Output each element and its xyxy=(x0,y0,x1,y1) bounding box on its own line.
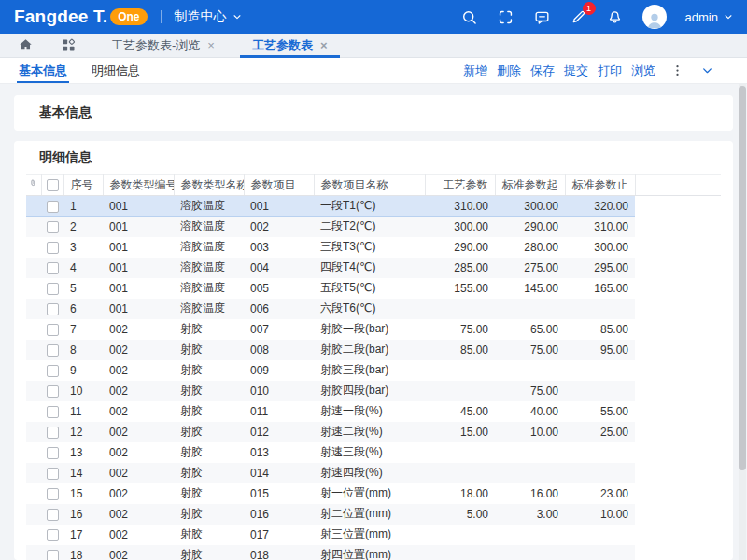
cell xyxy=(425,525,495,545)
table-row[interactable]: 10002射胶010射胶四段(bar)75.00 xyxy=(26,381,721,401)
table-row[interactable]: 17002射胶017射三位置(mm) xyxy=(26,525,721,545)
collapse-chevron-icon[interactable] xyxy=(698,63,715,79)
cell: 10.00 xyxy=(495,422,565,442)
message-icon[interactable] xyxy=(533,8,551,26)
cell: 15 xyxy=(63,483,103,504)
add-button[interactable]: 新增 xyxy=(463,63,487,79)
cell: 射胶 xyxy=(174,340,244,360)
table-row[interactable]: 2001溶胶温度002二段T2(℃)300.00290.00310.00 xyxy=(26,217,721,237)
close-icon[interactable]: × xyxy=(207,39,215,51)
print-button[interactable]: 打印 xyxy=(598,63,622,79)
row-checkbox[interactable] xyxy=(47,509,59,521)
cell: 六段T6(℃) xyxy=(314,299,425,319)
vertical-scrollbar[interactable] xyxy=(739,84,746,560)
edit-icon[interactable]: 1 xyxy=(570,8,587,26)
row-checkbox[interactable] xyxy=(47,488,59,500)
table-row[interactable]: 7002射胶007射胶一段(bar)75.0065.0085.00 xyxy=(26,319,721,340)
checkbox-cell xyxy=(41,483,63,504)
cell xyxy=(495,360,565,381)
cell: 15.00 xyxy=(425,422,495,442)
row-checkbox[interactable] xyxy=(47,262,59,274)
user-avatar[interactable] xyxy=(642,5,667,29)
row-checkbox[interactable] xyxy=(47,303,59,315)
tab-basic-info[interactable]: 基本信息 xyxy=(17,58,69,83)
cell: 8 xyxy=(63,340,103,360)
table-row[interactable]: 18002射胶018射四位置(mm) xyxy=(26,545,721,560)
table-row[interactable]: 6001溶胶温度006六段T6(℃) xyxy=(26,299,721,319)
cell: 005 xyxy=(244,278,314,299)
cell: 295.00 xyxy=(565,258,635,278)
delete-button[interactable]: 删除 xyxy=(497,63,521,79)
submit-button[interactable]: 提交 xyxy=(564,63,588,79)
table-row[interactable]: 8002射胶008射胶二段(bar)85.0075.0095.00 xyxy=(26,340,721,360)
table-row[interactable]: 16002射胶016射二位置(mm)5.003.0010.00 xyxy=(26,504,721,525)
cell: 300.00 xyxy=(565,237,635,258)
cell: 射速二段(%) xyxy=(314,422,425,442)
nav-tab-current[interactable]: 工艺参数表 × xyxy=(240,34,340,57)
row-checkbox[interactable] xyxy=(47,447,59,459)
apps-grid-icon[interactable] xyxy=(50,34,86,57)
table-row[interactable]: 15002射胶015射一位置(mm)18.0016.0023.00 xyxy=(26,483,721,504)
search-icon[interactable] xyxy=(460,8,478,26)
workspace-switcher[interactable]: 制造中心 xyxy=(175,8,242,25)
browse-button[interactable]: 浏览 xyxy=(631,63,655,79)
row-checkbox[interactable] xyxy=(47,365,59,377)
table-row[interactable]: 9002射胶009射胶三段(bar) xyxy=(26,360,721,381)
row-checkbox[interactable] xyxy=(47,529,59,541)
cell: 010 xyxy=(244,381,314,401)
checkbox-cell xyxy=(41,504,63,525)
scan-icon[interactable] xyxy=(497,8,514,26)
cell: 3.00 xyxy=(495,504,565,525)
cell: 射三位置(mm) xyxy=(314,525,425,545)
select-all-checkbox[interactable] xyxy=(47,179,59,191)
row-checkbox[interactable] xyxy=(47,242,59,254)
cell: 1 xyxy=(63,196,103,217)
attachment-cell xyxy=(26,463,41,483)
filler-cell xyxy=(635,319,721,340)
filler-cell xyxy=(635,360,721,381)
save-button[interactable]: 保存 xyxy=(530,63,555,79)
brand-logo: Fangdee T. xyxy=(14,7,107,27)
scrollbar-thumb[interactable] xyxy=(739,86,746,470)
row-checkbox[interactable] xyxy=(47,221,59,233)
row-checkbox[interactable] xyxy=(47,283,59,295)
cell: 18 xyxy=(63,545,103,560)
bell-icon[interactable] xyxy=(606,8,624,26)
user-menu[interactable]: admin xyxy=(685,10,733,24)
cell: 11 xyxy=(63,401,103,422)
row-checkbox[interactable] xyxy=(47,385,59,398)
cell: 002 xyxy=(103,525,174,545)
table-row[interactable]: 12002射胶012射速二段(%)15.0010.0025.00 xyxy=(26,422,721,442)
cell: 001 xyxy=(103,299,174,319)
attachment-cell xyxy=(26,196,41,217)
home-icon[interactable] xyxy=(7,34,43,57)
nav-tab-browse[interactable]: 工艺参数表-浏览 × xyxy=(99,34,227,57)
cell: 三段T3(℃) xyxy=(314,237,425,258)
cell: 3 xyxy=(63,237,103,258)
row-checkbox[interactable] xyxy=(47,427,59,439)
table-row[interactable]: 3001溶胶温度003三段T3(℃)290.00280.00300.00 xyxy=(26,237,721,258)
row-checkbox[interactable] xyxy=(47,550,59,560)
table-row[interactable]: 14002射胶014射速四段(%) xyxy=(26,463,721,483)
chevron-down-icon xyxy=(724,12,733,21)
table-row[interactable]: 11002射胶011射速一段(%)45.0040.0055.00 xyxy=(26,401,721,422)
page-content: 基本信息 明细信息 序号 参数类型编号 参数类型名称 xyxy=(0,84,747,560)
table-row[interactable]: 4001溶胶温度004四段T4(℃)285.00275.00295.00 xyxy=(26,258,721,278)
more-options-icon[interactable] xyxy=(669,63,685,79)
tab-detail-info[interactable]: 明细信息 xyxy=(90,58,142,83)
table-row[interactable]: 13002射胶013射速三段(%) xyxy=(26,442,721,463)
checkbox-cell xyxy=(41,545,63,560)
cell: 145.00 xyxy=(495,278,565,299)
detail-table-body: 1001溶胶温度001一段T1(℃)310.00300.00320.002001… xyxy=(26,196,721,560)
row-checkbox[interactable] xyxy=(47,324,59,336)
table-row[interactable]: 5001溶胶温度005五段T5(℃)155.00145.00165.00 xyxy=(26,278,721,299)
table-row[interactable]: 1001溶胶温度001一段T1(℃)310.00300.00320.00 xyxy=(26,196,721,217)
row-checkbox[interactable] xyxy=(47,344,59,357)
row-checkbox[interactable] xyxy=(47,468,59,480)
row-checkbox[interactable] xyxy=(47,201,59,213)
close-icon[interactable]: × xyxy=(320,39,328,51)
cell xyxy=(565,525,635,545)
cell: 300.00 xyxy=(495,196,565,217)
row-checkbox[interactable] xyxy=(47,406,59,418)
cell: 65.00 xyxy=(495,319,565,340)
